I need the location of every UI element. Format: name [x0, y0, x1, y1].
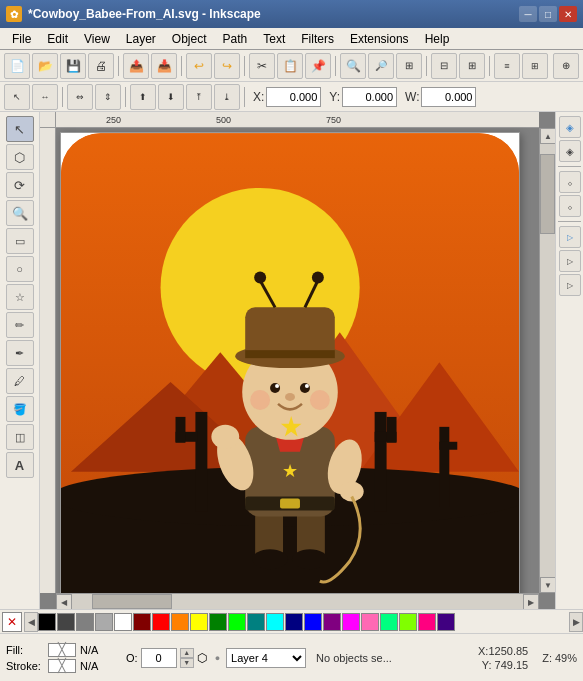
snap-tangent-btn[interactable]: ▷: [559, 250, 581, 272]
menu-layer[interactable]: Layer: [118, 30, 164, 48]
snap-nodes-btn[interactable]: ◈: [559, 116, 581, 138]
opacity-spinner[interactable]: ▲ ▼: [180, 648, 194, 668]
circle-tool[interactable]: ○: [6, 256, 34, 282]
text-tool[interactable]: A: [6, 452, 34, 478]
canvas-area[interactable]: 250 500 750: [40, 112, 555, 609]
flip-h-btn[interactable]: ⇔: [67, 84, 93, 110]
menu-view[interactable]: View: [76, 30, 118, 48]
rect-tool[interactable]: ▭: [6, 228, 34, 254]
copy-button[interactable]: 📋: [277, 53, 303, 79]
swatch-darkgray[interactable]: [57, 613, 75, 631]
calligraphy-tool[interactable]: 🖊: [6, 368, 34, 394]
no-color-swatch[interactable]: ✕: [2, 612, 22, 632]
open-button[interactable]: 📂: [32, 53, 58, 79]
export-button[interactable]: 📥: [151, 53, 177, 79]
swatch-navy[interactable]: [285, 613, 303, 631]
swatch-purple[interactable]: [323, 613, 341, 631]
menu-filters[interactable]: Filters: [293, 30, 342, 48]
swatch-darkred[interactable]: [133, 613, 151, 631]
swatch-pink[interactable]: [361, 613, 379, 631]
y-input[interactable]: [342, 87, 397, 107]
swatch-orange[interactable]: [171, 613, 189, 631]
bottom-btn[interactable]: ⤓: [214, 84, 240, 110]
opacity-down[interactable]: ▼: [180, 658, 194, 668]
stroke-swatch[interactable]: ╳: [48, 659, 76, 673]
palette-right-button[interactable]: ▶: [569, 612, 583, 632]
zoom-out-button[interactable]: 🔎: [368, 53, 394, 79]
swatch-rose[interactable]: [418, 613, 436, 631]
scroll-bottom[interactable]: ◀ ▶: [56, 593, 539, 609]
swatch-magenta[interactable]: [342, 613, 360, 631]
menu-path[interactable]: Path: [215, 30, 256, 48]
align-button[interactable]: ≡: [494, 53, 520, 79]
distribute-button[interactable]: ⊞: [522, 53, 548, 79]
swatch-deeppurple[interactable]: [437, 613, 455, 631]
swatch-teal[interactable]: [247, 613, 265, 631]
group-button[interactable]: ⊟: [431, 53, 457, 79]
ungroup-button[interactable]: ⊞: [459, 53, 485, 79]
swatch-chartreuse[interactable]: [399, 613, 417, 631]
menu-extensions[interactable]: Extensions: [342, 30, 417, 48]
snap-path-btn[interactable]: ▷: [559, 226, 581, 248]
top-btn[interactable]: ⤒: [186, 84, 212, 110]
pencil-tool[interactable]: ✏: [6, 312, 34, 338]
opacity-input[interactable]: [141, 648, 177, 668]
swatch-spring[interactable]: [380, 613, 398, 631]
select-tool[interactable]: ↖: [6, 116, 34, 142]
snap-perp-btn[interactable]: ▷: [559, 274, 581, 296]
print-button[interactable]: 🖨: [88, 53, 114, 79]
new-button[interactable]: 📄: [4, 53, 30, 79]
gradient-tool[interactable]: ◫: [6, 424, 34, 450]
flip-v-btn[interactable]: ⇕: [95, 84, 121, 110]
menu-object[interactable]: Object: [164, 30, 215, 48]
zoom-tool[interactable]: 🔍: [6, 200, 34, 226]
w-input[interactable]: [421, 87, 476, 107]
snap-guide-btn[interactable]: ⬦: [559, 195, 581, 217]
fill-swatch[interactable]: ╳: [48, 643, 76, 657]
save-button[interactable]: 💾: [60, 53, 86, 79]
scroll-left-button[interactable]: ◀: [56, 594, 72, 609]
scroll-right-button[interactable]: ▶: [523, 594, 539, 609]
snap-bbox-btn[interactable]: ◈: [559, 140, 581, 162]
transform-btn[interactable]: ↔: [32, 84, 58, 110]
swatch-green[interactable]: [228, 613, 246, 631]
minimize-button[interactable]: ─: [519, 6, 537, 22]
swatch-yellow[interactable]: [190, 613, 208, 631]
zoom-in-button[interactable]: 🔍: [340, 53, 366, 79]
swatch-darkgreen[interactable]: [209, 613, 227, 631]
snap-button[interactable]: ⊕: [553, 53, 579, 79]
swatch-black[interactable]: [38, 613, 56, 631]
select-tool-btn[interactable]: ↖: [4, 84, 30, 110]
snap-grid-btn[interactable]: ⬦: [559, 171, 581, 193]
palette-left-button[interactable]: ◀: [24, 612, 38, 632]
cut-button[interactable]: ✂: [249, 53, 275, 79]
node-tool[interactable]: ⬡: [6, 144, 34, 170]
lower-btn[interactable]: ⬇: [158, 84, 184, 110]
redo-button[interactable]: ↪: [214, 53, 240, 79]
swatch-cyan[interactable]: [266, 613, 284, 631]
undo-button[interactable]: ↩: [186, 53, 212, 79]
menu-edit[interactable]: Edit: [39, 30, 76, 48]
swatch-blue[interactable]: [304, 613, 322, 631]
tweak-tool[interactable]: ⟳: [6, 172, 34, 198]
menu-help[interactable]: Help: [417, 30, 458, 48]
maximize-button[interactable]: □: [539, 6, 557, 22]
menu-text[interactable]: Text: [255, 30, 293, 48]
close-button[interactable]: ✕: [559, 6, 577, 22]
zoom-fit-button[interactable]: ⊞: [396, 53, 422, 79]
star-tool[interactable]: ☆: [6, 284, 34, 310]
svg-canvas[interactable]: ★: [60, 132, 520, 609]
raise-btn[interactable]: ⬆: [130, 84, 156, 110]
swatch-lightgray[interactable]: [95, 613, 113, 631]
swatch-white[interactable]: [114, 613, 132, 631]
paint-tool[interactable]: 🪣: [6, 396, 34, 422]
scroll-up-button[interactable]: ▲: [540, 128, 555, 144]
menu-file[interactable]: File: [4, 30, 39, 48]
swatch-gray[interactable]: [76, 613, 94, 631]
paste-button[interactable]: 📌: [305, 53, 331, 79]
opacity-up[interactable]: ▲: [180, 648, 194, 658]
swatch-red[interactable]: [152, 613, 170, 631]
import-button[interactable]: 📤: [123, 53, 149, 79]
x-input[interactable]: [266, 87, 321, 107]
scroll-right[interactable]: ▲ ▼: [539, 128, 555, 593]
